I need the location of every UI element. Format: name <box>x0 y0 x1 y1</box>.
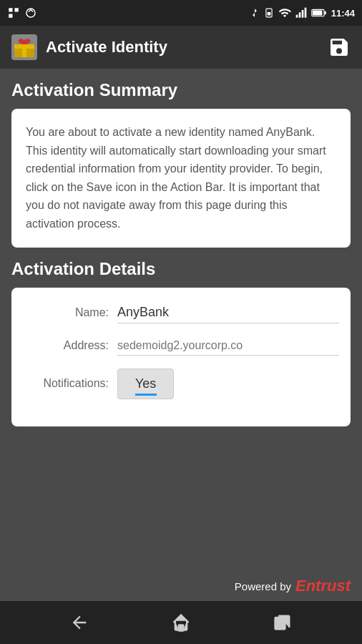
notification-icon-1 <box>7 6 20 19</box>
svg-rect-2 <box>9 14 12 18</box>
back-icon <box>69 613 89 633</box>
main-content: Activation Summary You are about to acti… <box>0 69 362 438</box>
notifications-field-row: Notifications: Yes <box>23 369 339 399</box>
status-bar-right: 11:44 <box>250 6 355 19</box>
time-display: 11:44 <box>331 8 355 19</box>
status-bar-left-icons <box>7 6 37 19</box>
back-button[interactable] <box>65 608 94 637</box>
save-icon[interactable] <box>328 36 351 59</box>
svg-rect-9 <box>304 8 306 18</box>
wifi-icon <box>278 6 291 19</box>
app-icon <box>11 34 37 60</box>
action-bar-left: Activate Identity <box>11 34 167 60</box>
svg-rect-5 <box>267 12 270 16</box>
svg-rect-12 <box>313 10 322 15</box>
name-input[interactable] <box>117 302 339 323</box>
sim-icon <box>264 6 274 19</box>
name-field-row: Name: <box>23 302 339 323</box>
home-button[interactable] <box>167 608 195 637</box>
yes-button[interactable]: Yes <box>117 369 174 399</box>
recent-apps-button[interactable] <box>268 608 297 637</box>
name-label: Name: <box>23 306 109 319</box>
svg-rect-7 <box>298 12 300 17</box>
status-bar: 11:44 <box>0 0 362 26</box>
activation-details-title: Activation Details <box>11 259 351 279</box>
nav-bar <box>0 601 362 644</box>
svg-rect-11 <box>324 11 326 15</box>
address-label: Address: <box>23 339 109 352</box>
entrust-brand: Entrust <box>295 577 351 595</box>
svg-rect-8 <box>301 10 303 18</box>
activation-details-card: Name: Address: Notifications: Yes <box>11 288 351 426</box>
notifications-label: Notifications: <box>23 377 109 390</box>
action-bar: Activate Identity <box>0 26 362 69</box>
signal-icon <box>295 6 307 19</box>
action-bar-title: Activate Identity <box>46 38 167 57</box>
recent-apps-icon <box>273 613 293 633</box>
powered-by-text: Powered by <box>235 580 291 592</box>
bluetooth-icon <box>250 6 260 19</box>
activation-summary-card: You are about to activate a new identity… <box>11 109 351 248</box>
svg-rect-6 <box>295 15 298 18</box>
home-icon <box>171 613 191 633</box>
activation-summary-title: Activation Summary <box>11 80 351 100</box>
notification-icon-2 <box>24 6 37 19</box>
powered-by: Powered by Entrust <box>235 577 351 595</box>
svg-rect-0 <box>9 8 12 11</box>
battery-icon <box>311 8 327 18</box>
address-field-row: Address: <box>23 336 339 356</box>
activation-summary-text: You are about to activate a new identity… <box>26 123 336 233</box>
svg-rect-1 <box>15 8 19 11</box>
address-input[interactable] <box>117 336 339 356</box>
